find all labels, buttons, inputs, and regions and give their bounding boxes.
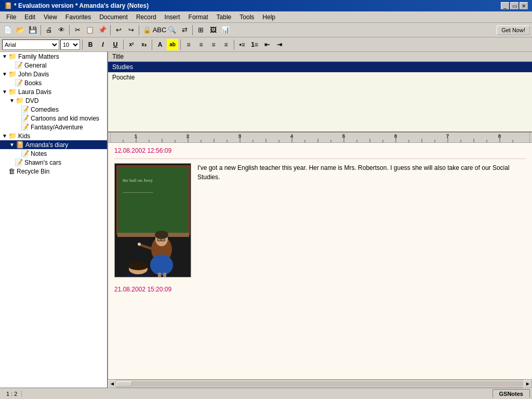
sidebar-item-family-matters[interactable]: ▼ 📁 Family Matters: [0, 52, 107, 61]
font-select[interactable]: Arial: [2, 39, 59, 50]
tab-gsnotes[interactable]: GSNotes: [493, 389, 530, 398]
sidebar-item-dvd[interactable]: ▼ 📁 DVD: [0, 96, 107, 105]
folder-icon: 📁: [8, 88, 17, 96]
tab-bar: GSNotes: [493, 389, 530, 398]
sidebar-item-books[interactable]: 📝 Books: [0, 78, 107, 87]
sidebar-item-kids[interactable]: ▼ 📁 Kids: [0, 131, 107, 140]
replace-button[interactable]: ⇄: [179, 24, 190, 36]
expand-icon[interactable]: ▼: [1, 54, 8, 59]
align-right-btn[interactable]: ≡: [208, 39, 219, 50]
sidebar-label-john-davis: John Davis: [18, 71, 49, 78]
sidebar-item-shawns-cars[interactable]: 📝 Shawn's cars: [0, 158, 107, 167]
expand-icon[interactable]: ▼: [1, 71, 8, 77]
h-scroll-left-btn[interactable]: ◄: [108, 380, 116, 388]
svg-rect-57: [163, 273, 166, 277]
align-justify-btn[interactable]: ≡: [220, 39, 232, 50]
chart-btn[interactable]: 📊: [220, 24, 231, 36]
sidebar-item-recycle-bin[interactable]: 🗑 Recycle Bin: [0, 167, 107, 176]
menu-help[interactable]: Help: [258, 12, 280, 22]
open-button[interactable]: 📂: [15, 24, 26, 36]
preview-button[interactable]: 👁: [56, 24, 67, 36]
notes-row-studies[interactable]: Studies: [108, 62, 532, 72]
sidebar: ▼ 📁 Family Matters 📝 General ▼ 📁 John Da…: [0, 52, 108, 388]
title-bar-left: 📔 * Evaluation version * Amanda's diary …: [4, 2, 149, 9]
font-color-btn[interactable]: A: [154, 39, 166, 50]
menu-insert[interactable]: Insert: [161, 12, 184, 22]
increase-indent-btn[interactable]: ⇥: [274, 39, 285, 50]
note-icon: 📝: [15, 79, 23, 87]
ruler-svg: 1 2 3 4 5 6 7 8: [110, 132, 530, 143]
note-icon: 📝: [15, 158, 23, 166]
sidebar-label-shawns-cars: Shawn's cars: [24, 159, 61, 166]
diary-image: the ball on Jerry _____________: [114, 163, 191, 277]
get-now-button[interactable]: Get Now!: [497, 25, 530, 35]
svg-text:5: 5: [342, 134, 345, 139]
sidebar-label-notes: Notes: [31, 150, 47, 157]
recycle-icon: 🗑: [8, 167, 15, 175]
cut-button[interactable]: ✂: [72, 24, 83, 36]
expand-icon[interactable]: ▼: [1, 89, 8, 95]
undo-button[interactable]: ↩: [113, 24, 124, 36]
h-scroll-right-btn[interactable]: ►: [524, 380, 532, 388]
lock-button[interactable]: 🔒: [141, 24, 153, 36]
sidebar-item-notes[interactable]: 📝 Notes: [0, 149, 107, 158]
superscript-btn[interactable]: x²: [126, 39, 137, 50]
h-scroll-thumb[interactable]: [116, 381, 132, 387]
decrease-indent-btn[interactable]: ⇤: [261, 39, 273, 50]
table-btn[interactable]: ⊞: [195, 24, 206, 36]
diary-area[interactable]: 12.08.2002 12:56:09 the ball on Jerry __…: [108, 143, 532, 379]
h-scroll-track[interactable]: [116, 381, 524, 387]
italic-button[interactable]: I: [97, 39, 109, 50]
fmt-sep-3: [152, 39, 152, 50]
expand-icon[interactable]: ▼: [8, 142, 16, 148]
fmt-sep-4: [180, 39, 181, 50]
menu-file[interactable]: File: [2, 12, 20, 22]
bullet-list-btn[interactable]: •≡: [236, 39, 248, 50]
sidebar-item-john-davis[interactable]: ▼ 📁 John Davis: [0, 70, 107, 78]
expand-icon[interactable]: ▼: [8, 98, 16, 103]
menu-table[interactable]: Table: [212, 12, 236, 22]
h-scrollbar: ◄ ►: [108, 379, 532, 388]
restore-button[interactable]: ▭: [510, 2, 518, 9]
minimize-button[interactable]: _: [501, 2, 509, 9]
status-bar: 1 : 2 GSNotes: [0, 388, 532, 399]
sidebar-item-amandas-diary[interactable]: ▼ 📔 Amanda's diary: [0, 140, 107, 149]
size-select[interactable]: 10: [60, 39, 80, 50]
print-button[interactable]: 🖨: [43, 24, 55, 36]
fmt-sep-1: [82, 39, 83, 50]
redo-button[interactable]: ↪: [125, 24, 137, 36]
diary-date-1: 12.08.2002 12:56:09: [114, 147, 526, 154]
image-btn[interactable]: 🖼: [207, 24, 219, 36]
svg-point-61: [138, 243, 141, 246]
main-toolbar: 📄 📂 💾 🖨 👁 ✂ 📋 📌 ↩ ↪ 🔒 ABC 🔍 ⇄ ⊞ 🖼 📊 Get …: [0, 23, 532, 37]
sidebar-item-general[interactable]: 📝 General: [0, 61, 107, 70]
menu-record[interactable]: Record: [132, 12, 161, 22]
copy-button[interactable]: 📋: [84, 24, 96, 36]
paste-button[interactable]: 📌: [97, 24, 108, 36]
sidebar-item-fantasy[interactable]: 📝 Fantasy/Adventure: [0, 123, 107, 131]
sidebar-item-laura-davis[interactable]: ▼ 📁 Laura Davis: [0, 87, 107, 96]
underline-button[interactable]: U: [110, 39, 121, 50]
new-button[interactable]: 📄: [2, 24, 14, 36]
menu-edit[interactable]: Edit: [20, 12, 39, 22]
align-left-btn[interactable]: ≡: [183, 39, 194, 50]
menu-document[interactable]: Document: [95, 12, 132, 22]
menu-format[interactable]: Format: [184, 12, 212, 22]
menu-favorites[interactable]: Favorites: [61, 12, 95, 22]
sidebar-item-cartoons[interactable]: 📝 Cartoons and kid movies: [0, 114, 107, 123]
subscript-btn[interactable]: x₂: [138, 39, 150, 50]
bold-button[interactable]: B: [85, 39, 96, 50]
save-button[interactable]: 💾: [27, 24, 38, 36]
expand-icon[interactable]: ▼: [1, 133, 8, 139]
spell-button[interactable]: ABC: [154, 24, 165, 36]
notes-row-poochie[interactable]: Poochie: [108, 72, 532, 83]
highlight-btn[interactable]: ab: [167, 39, 178, 50]
find-button[interactable]: 🔍: [166, 24, 178, 36]
sidebar-item-comedies[interactable]: 📝 Comedies: [0, 105, 107, 114]
menu-tools[interactable]: Tools: [235, 12, 258, 22]
menu-view[interactable]: View: [39, 12, 61, 22]
number-list-btn[interactable]: 1≡: [249, 39, 260, 50]
diary-icon: 📔: [16, 141, 24, 149]
close-button[interactable]: ✕: [520, 2, 528, 9]
align-center-btn[interactable]: ≡: [195, 39, 207, 50]
